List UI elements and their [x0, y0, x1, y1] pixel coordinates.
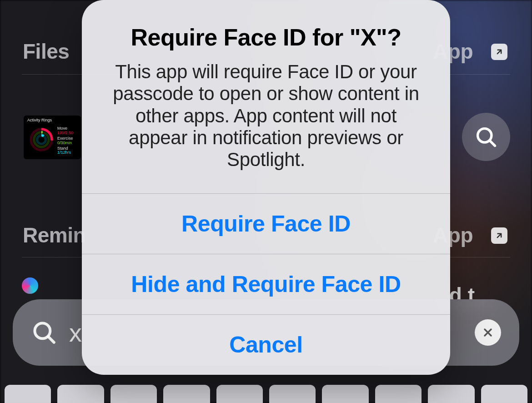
- move-value: 199/2,50: [57, 131, 73, 135]
- search-icon: [31, 319, 57, 346]
- open-app-icon[interactable]: [491, 44, 507, 60]
- cancel-label: Cancel: [229, 332, 303, 358]
- keyboard-key[interactable]: [375, 385, 422, 403]
- open-app-icon-2[interactable]: [491, 227, 507, 244]
- siri-suggestion-chip[interactable]: [22, 277, 38, 294]
- clear-search-button[interactable]: [475, 319, 501, 346]
- search-icon: [474, 125, 498, 149]
- close-icon: [482, 326, 494, 339]
- spotlight-search-button[interactable]: [462, 113, 510, 161]
- keyboard-key[interactable]: [481, 385, 527, 403]
- sheet-message: This app will require Face ID or your pa…: [104, 61, 428, 171]
- keyboard-key[interactable]: [269, 385, 316, 403]
- hide-and-require-label: Hide and Require Face ID: [131, 271, 401, 297]
- activity-rings-icon: [29, 127, 54, 152]
- activity-title: Activity Rings: [27, 118, 77, 123]
- require-face-id-button[interactable]: Require Face ID: [82, 193, 450, 254]
- section-reminders-label: Remin: [23, 223, 85, 247]
- keyboard-key[interactable]: [322, 385, 368, 403]
- move-label: Move: [57, 126, 67, 131]
- exercise-label: Exercise: [57, 136, 73, 141]
- keyboard-key[interactable]: [428, 385, 474, 403]
- keyboard-row[interactable]: [5, 385, 527, 403]
- section-files-label: Files: [23, 39, 69, 64]
- activity-rings-card[interactable]: Activity Rings Move199/2,50 Exercise0/30…: [24, 116, 81, 159]
- hide-and-require-face-id-button[interactable]: Hide and Require Face ID: [82, 254, 450, 314]
- siri-icon: [22, 277, 38, 294]
- stand-label: Stand: [57, 146, 68, 151]
- keyboard-key[interactable]: [57, 385, 104, 403]
- exercise-value: 0/30min: [57, 141, 72, 145]
- sheet-title: Require Face ID for "X"?: [104, 24, 428, 51]
- keyboard-key[interactable]: [110, 385, 157, 403]
- keyboard-key[interactable]: [5, 385, 51, 403]
- keyboard-key[interactable]: [216, 385, 263, 403]
- cancel-button[interactable]: Cancel: [82, 314, 450, 375]
- face-id-action-sheet: Require Face ID for "X"? This app will r…: [82, 0, 450, 375]
- require-face-id-label: Require Face ID: [181, 211, 351, 237]
- keyboard-key[interactable]: [163, 385, 210, 403]
- stand-value: 1/12hrs: [57, 150, 71, 155]
- svg-point-2: [37, 136, 46, 144]
